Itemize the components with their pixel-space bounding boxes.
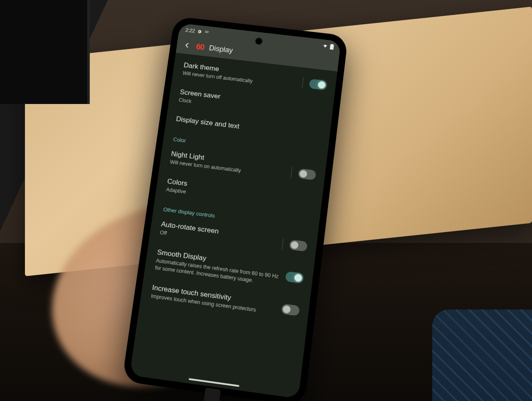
svg-point-0 — [205, 31, 206, 32]
apps-icon — [204, 30, 209, 35]
fabric — [432, 309, 532, 401]
settings-list[interactable]: Dark theme Will never turn off automatic… — [140, 53, 337, 327]
smooth-toggle[interactable] — [285, 271, 304, 284]
page-title: Display — [209, 44, 234, 54]
divider — [291, 166, 292, 178]
touch-toggle[interactable] — [281, 304, 300, 316]
fps-overlay: 60 — [196, 42, 205, 52]
status-time: 2:22 — [185, 27, 195, 34]
battery-icon — [330, 44, 334, 50]
dark-theme-toggle[interactable] — [309, 79, 327, 90]
night-light-toggle[interactable] — [298, 168, 316, 180]
svg-point-3 — [205, 32, 206, 33]
settings-icon — [197, 29, 202, 35]
svg-point-2 — [208, 31, 209, 32]
svg-point-4 — [207, 32, 207, 33]
monitor-edge — [0, 0, 90, 104]
back-icon[interactable] — [182, 40, 192, 50]
svg-point-5 — [207, 32, 208, 33]
scene-backdrop: 2:22 60 Display — [0, 0, 532, 401]
svg-rect-6 — [330, 44, 334, 50]
home-indicator[interactable] — [189, 378, 239, 387]
svg-point-1 — [207, 31, 207, 32]
divider — [282, 238, 283, 249]
divider — [302, 77, 303, 88]
usb-cable — [202, 388, 221, 401]
wifi-icon — [323, 43, 328, 49]
auto-rotate-toggle[interactable] — [289, 240, 308, 252]
